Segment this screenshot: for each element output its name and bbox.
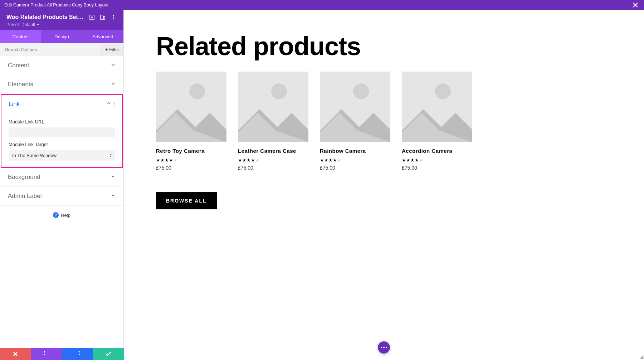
svg-point-1 (91, 16, 93, 18)
tab-design[interactable]: Design (41, 30, 82, 43)
undo-button[interactable] (31, 348, 62, 360)
svg-point-9 (114, 105, 115, 106)
product-name: Retro Toy Camera (156, 148, 226, 154)
product-price: £75.00 (238, 165, 308, 171)
product-rating: ★★★★★ (238, 157, 308, 163)
section-admin-label: Admin Label (0, 187, 123, 206)
product-price: £75.00 (156, 165, 226, 171)
product-card[interactable]: Accordion Camera ★★★★★ £75.00 (402, 72, 472, 171)
svg-point-17 (435, 83, 451, 99)
product-price: £75.00 (402, 165, 472, 171)
star-icon: ★ (165, 157, 169, 163)
product-name: Leather Camera Case (238, 148, 308, 154)
expand-icon[interactable] (88, 14, 96, 21)
resize-grip-icon[interactable]: ◢ (640, 354, 643, 359)
section-admin-label-header[interactable]: Admin Label (0, 187, 123, 205)
preset-value: Default (21, 22, 35, 27)
link-url-input[interactable] (9, 127, 115, 137)
plus-icon: + (105, 47, 108, 52)
section-elements-header[interactable]: Elements (0, 75, 123, 94)
chevron-down-icon (111, 174, 116, 181)
preview-canvas: Related products Retro Toy Camera ★★★★★ … (124, 10, 644, 360)
ellipsis-icon (381, 347, 387, 348)
preset-selector[interactable]: Preset: Default (6, 22, 117, 27)
svg-rect-3 (103, 16, 105, 19)
browse-all-button[interactable]: BROWSE ALL (156, 192, 217, 209)
filter-label: Filter (109, 47, 119, 52)
product-rating: ★★★★★ (320, 157, 390, 163)
section-background-header[interactable]: Background (0, 168, 123, 186)
product-card[interactable]: Rainbow Camera ★★★★★ £75.00 (320, 72, 390, 171)
close-icon (13, 352, 18, 356)
product-price: £75.00 (320, 165, 390, 171)
section-content-header[interactable]: Content (0, 56, 123, 75)
star-icon: ★ (406, 157, 410, 163)
star-icon: ★ (328, 157, 333, 163)
settings-sidebar: Woo Related Products Setti... Preset: De… (0, 10, 124, 360)
close-icon (633, 3, 638, 8)
star-icon: ★ (242, 157, 247, 163)
product-card[interactable]: Retro Toy Camera ★★★★★ £75.00 (156, 72, 226, 171)
chevron-down-icon (111, 62, 116, 69)
page-title: Edit Camera Product All Products Copy Bo… (4, 3, 108, 8)
svg-point-8 (114, 103, 115, 104)
link-target-select[interactable]: In The Same Window ▲▼ (9, 150, 115, 161)
link-target-label: Module Link Target (9, 142, 115, 147)
search-input[interactable] (0, 43, 101, 56)
sidebar-header: Woo Related Products Setti... Preset: De… (0, 10, 123, 30)
product-rating: ★★★★★ (402, 157, 472, 163)
help-icon: ? (53, 212, 59, 218)
svg-point-4 (113, 15, 114, 16)
star-icon: ★ (160, 157, 165, 163)
star-icon: ★ (410, 157, 415, 163)
product-card[interactable]: Leather Camera Case ★★★★★ £75.00 (238, 72, 308, 171)
section-link: Link Module Link URL Module Link Target … (1, 94, 123, 168)
star-icon: ★ (156, 157, 160, 163)
section-more-icon[interactable] (113, 101, 115, 108)
section-link-header[interactable]: Link (1, 95, 122, 113)
svg-point-5 (113, 17, 114, 18)
product-image-placeholder (402, 72, 472, 142)
responsive-icon[interactable] (99, 14, 106, 21)
cancel-button[interactable] (0, 348, 31, 360)
fab-button[interactable] (378, 341, 390, 354)
check-icon (106, 352, 111, 356)
svg-point-13 (271, 83, 287, 99)
settings-tabs: Content Design Advanced (0, 30, 123, 43)
star-icon: ★ (173, 157, 177, 163)
help-link[interactable]: ? Help (0, 206, 123, 224)
filter-button[interactable]: + Filter (101, 44, 123, 55)
module-title: Woo Related Products Setti... (6, 14, 85, 20)
star-icon: ★ (333, 157, 337, 163)
star-icon: ★ (337, 157, 341, 163)
select-arrows-icon: ▲▼ (109, 153, 112, 157)
section-background: Background (0, 168, 123, 187)
top-bar: Edit Camera Product All Products Copy Bo… (0, 0, 644, 10)
product-name: Accordion Camera (402, 148, 472, 154)
redo-button[interactable] (62, 348, 93, 360)
section-link-body: Module Link URL Module Link Target In Th… (1, 113, 122, 167)
search-row: + Filter (0, 43, 123, 56)
tab-content[interactable]: Content (0, 30, 41, 43)
section-elements: Elements (0, 75, 123, 94)
star-icon: ★ (320, 157, 324, 163)
svg-point-6 (113, 19, 114, 20)
preset-label: Preset: (6, 22, 20, 27)
section-content: Content (0, 56, 123, 75)
chevron-up-icon (106, 101, 111, 108)
tab-advanced[interactable]: Advanced (82, 30, 123, 43)
star-icon: ★ (247, 157, 251, 163)
product-rating: ★★★★★ (156, 157, 226, 163)
more-icon[interactable] (110, 14, 117, 21)
action-bar (0, 348, 124, 360)
products-grid: Retro Toy Camera ★★★★★ £75.00 Leather Ca… (156, 72, 612, 171)
star-icon: ★ (324, 157, 328, 163)
svg-rect-2 (101, 15, 103, 19)
save-button[interactable] (93, 348, 124, 360)
star-icon: ★ (238, 157, 242, 163)
star-icon: ★ (251, 157, 255, 163)
svg-point-15 (353, 83, 369, 99)
link-url-label: Module Link URL (9, 119, 115, 125)
related-products-heading: Related products (156, 31, 612, 61)
close-button[interactable] (631, 1, 640, 9)
